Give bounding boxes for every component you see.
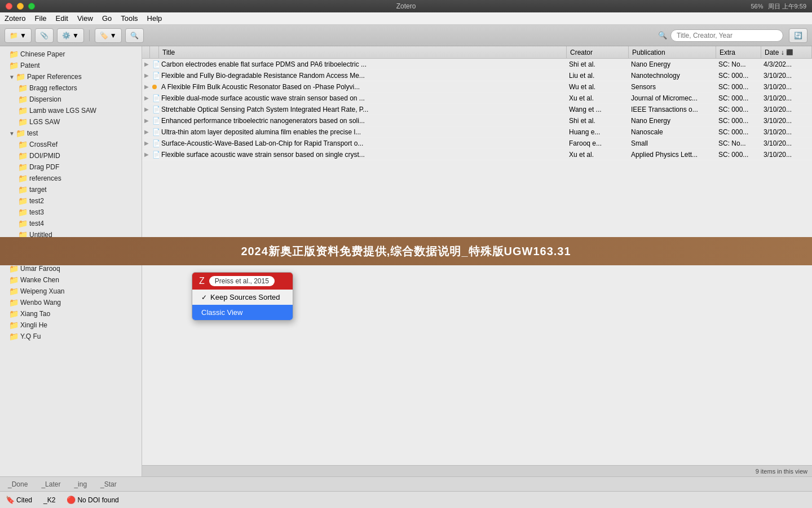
table-row[interactable]: ▶ 📄 Carbon electrodes enable flat surfac… [142,59,812,70]
table-row[interactable]: ▶ 📄 Flexible surface acoustic wave strai… [142,149,812,160]
tag-k2[interactable]: _K2 [40,495,59,505]
close-button[interactable] [6,3,12,10]
row-title: Surface-Acoustic-Wave-Based Lab-on-Chip … [159,138,567,148]
cited-icon: 🔖 [6,496,15,504]
row-creator: Xu et al. [567,93,629,103]
sidebar-item-weipeng-xuan[interactable]: 📁 Weipeng Xuan [0,286,142,297]
sidebar-item-yq-fu[interactable]: 📁 Y.Q Fu [0,331,142,342]
sidebar-item-xiang-tao[interactable]: 📁 Xiang Tao [0,308,142,319]
sidebar-item-test[interactable]: ▼ 📁 test [0,128,142,139]
menu-zotero[interactable]: Zotero [5,14,26,23]
row-expand-arrow[interactable]: ▶ [142,59,150,69]
row-creator: Huang e... [567,126,629,137]
menu-view[interactable]: View [77,14,93,23]
th-extra[interactable]: Extra [716,46,761,58]
row-expand-arrow[interactable]: ▶ [142,70,150,81]
sidebar-item-xingli-he[interactable]: 📁 Xingli He [0,319,142,331]
sync-icon: 🔄 [794,32,802,40]
sidebar-item-dispersion[interactable]: 📁 Dispersion [0,94,142,105]
status-icons: 56% 周日 上午9:59 [751,2,807,11]
sidebar-item-wenbo-wang[interactable]: 📁 Wenbo Wang [0,297,142,308]
row-expand-arrow[interactable]: ▶ [142,115,150,126]
folder-icon: 📁 [9,61,18,70]
tab-done[interactable]: _Done [5,479,31,489]
context-menu-classic-view[interactable]: Classic View [192,305,293,320]
th-publication[interactable]: Publication [629,46,716,58]
tab-ing[interactable]: _ing [70,479,90,489]
row-publication: Nano Energy [629,59,716,69]
sidebar-item-lgs-saw[interactable]: 📁 LGS SAW [0,116,142,128]
sidebar-item-references[interactable]: 📁 references [0,173,142,184]
menu-go[interactable]: Go [102,14,112,23]
sidebar-item-wanke-chen[interactable]: 📁 Wanke Chen [0,274,142,286]
menu-edit[interactable]: Edit [56,14,68,23]
sidebar-item-bragg-reflectors[interactable]: 📁 Bragg reflectors [0,82,142,94]
row-extra: SC: 000... [716,149,761,160]
attachment-icon: 📎 [40,32,48,40]
tag-icon: 🏷️ [100,32,108,40]
collection-icon: 📁 [10,32,18,40]
table-row[interactable]: ▶ 📄 Flexible and Fully Bio-degradable Re… [142,70,812,81]
row-title: Flexible surface acoustic wave strain se… [159,149,567,160]
row-extra: SC: 000... [716,81,761,92]
sidebar-item-test3[interactable]: 📁 test3 [0,207,142,218]
row-expand-arrow[interactable]: ▶ [142,81,150,92]
row-doc-icon: 📄 [150,138,159,148]
table-row[interactable]: ▶ 📄 Ultra-thin atom layer deposited alum… [142,126,812,138]
row-date: 3/10/20... [761,104,812,115]
context-menu-keep-sources-sorted[interactable]: ✓ Keep Sources Sorted [192,290,293,305]
folder-icon: 📁 [9,298,18,307]
tag-filter-button[interactable]: 🏷️ ▼ [95,28,122,43]
window-title: Zotero [396,2,416,10]
row-expand-arrow[interactable]: ▶ [142,126,150,137]
locate-button[interactable]: 🔍 [125,28,144,43]
row-expand-arrow[interactable]: ▶ [142,138,150,148]
row-doc-icon: 📄 [150,93,159,103]
row-extra: SC: 000... [716,70,761,81]
menu-help[interactable]: Help [147,14,162,23]
table-row[interactable]: ▶ 📄 Flexible dual-mode surface acoustic … [142,93,812,104]
sidebar-item-target[interactable]: 📁 target [0,184,142,195]
search-input[interactable] [670,29,783,42]
sidebar-item-drag-pdf[interactable]: 📁 Drag PDF [0,161,142,173]
th-creator[interactable]: Creator [567,46,629,58]
sidebar-item-crossref[interactable]: 📁 CrossRef [0,139,142,150]
table-row[interactable]: ▶ 📄 Stretchable Optical Sensing Patch Sy… [142,104,812,115]
maximize-button[interactable] [28,3,35,10]
minimize-button[interactable] [17,3,24,10]
tag-no-doi[interactable]: 🔴 No DOI found [63,494,122,505]
sidebar-item-test2[interactable]: 📁 test2 [0,195,142,207]
sidebar-item-patent[interactable]: 📁 Patent [0,60,142,71]
table-row[interactable]: ▶ 📄 Surface-Acoustic-Wave-Based Lab-on-C… [142,138,812,149]
row-expand-arrow[interactable]: ▶ [142,104,150,115]
row-title: Enhanced performance triboelectric nanog… [159,115,567,126]
row-expand-arrow[interactable]: ▶ [142,149,150,160]
sidebar-item-lamb-wave[interactable]: 📁 Lamb wave LGS SAW [0,105,142,116]
row-publication: Nano Energy [629,115,716,126]
table-row[interactable]: ▶ 📄 A Flexible Film Bulk Acoustic Resona… [142,81,812,93]
advanced-search-button[interactable]: ⚙️ ▼ [57,28,84,43]
tag-cited[interactable]: 🔖 Cited [2,494,36,505]
row-date: 3/10/20... [761,138,812,148]
battery-indicator: 56% [751,3,764,10]
sidebar-item-paper-references[interactable]: ▼ 📁 Paper References [0,71,142,82]
row-title: Flexible and Fully Bio-degradable Resist… [159,70,567,81]
cited-label: Cited [16,496,32,504]
row-expand-arrow[interactable]: ▶ [142,93,150,103]
menu-tools[interactable]: Tools [121,14,138,23]
context-menu-header: Z Preiss et al., 2015 [192,273,293,290]
sidebar-item-doi-pmid[interactable]: 📁 DOI/PMID [0,150,142,161]
table-header: Title Creator Publication Extra Date ↓ ⬛ [142,46,812,59]
sync-button[interactable]: 🔄 [789,28,807,43]
menu-file[interactable]: File [35,14,47,23]
tab-later[interactable]: _Later [38,479,64,489]
row-title: Stretchable Optical Sensing Patch System… [159,104,567,115]
new-item-button[interactable]: 📁 ▼ [5,28,32,43]
tab-star[interactable]: _Star [97,479,120,489]
sidebar-item-test4[interactable]: 📁 test4 [0,218,142,229]
add-attachment-button[interactable]: 📎 [35,28,54,43]
sidebar-item-chinese-paper[interactable]: 📁 Chinese Paper [0,49,142,60]
th-date[interactable]: Date ↓ ⬛ [761,46,812,58]
th-title[interactable]: Title [159,46,567,58]
table-row[interactable]: ▶ 📄 Enhanced performance triboelectric n… [142,115,812,126]
